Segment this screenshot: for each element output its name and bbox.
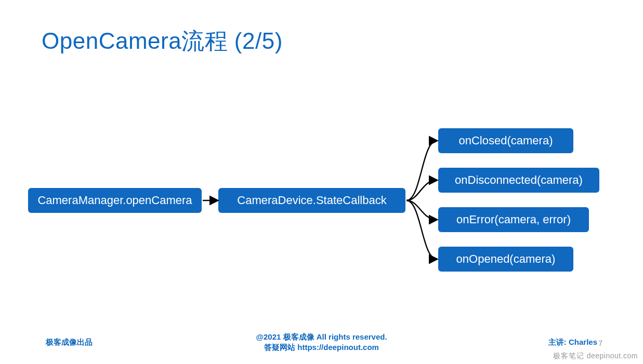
watermark-url: deepinout.com xyxy=(587,352,638,360)
footer-copyright-line1: @2021 极客成像 All rights reserved. xyxy=(256,332,387,342)
footer-presenter: 主讲: Charles xyxy=(548,338,597,347)
node-on-opened: onOpened(camera) xyxy=(438,247,573,272)
footer-producer: 极客成像出品 xyxy=(46,338,93,347)
node-on-error: onError(camera, error) xyxy=(438,207,589,232)
footer-copyright-line2: 答疑网站 https://deepinout.com xyxy=(256,342,387,353)
page-number: 7 xyxy=(598,339,602,347)
slide-title: OpenCamera流程 (2/5) xyxy=(42,26,283,57)
node-on-disconnected: onDisconnected(camera) xyxy=(438,168,599,193)
footer-copyright: @2021 极客成像 All rights reserved. 答疑网站 htt… xyxy=(256,332,387,353)
node-state-callback: CameraDevice.StateCallback xyxy=(218,188,405,213)
watermark-brand: 极客笔记 xyxy=(553,352,584,360)
watermark: 极客笔记 deepinout.com xyxy=(553,352,638,361)
node-camera-manager-open: CameraManager.openCamera xyxy=(28,188,202,213)
node-on-closed: onClosed(camera) xyxy=(438,128,573,153)
